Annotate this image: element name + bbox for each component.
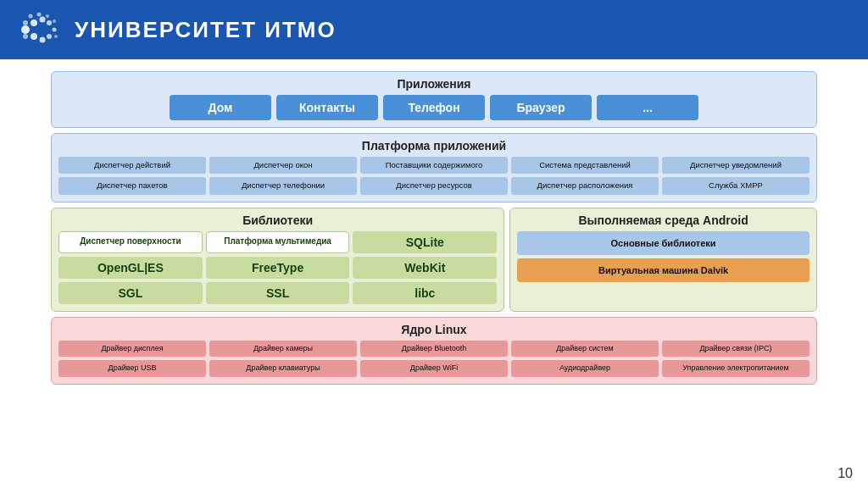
lib-cell-4: FreeType	[206, 257, 350, 279]
lib-cell-6: SGL	[58, 282, 203, 304]
lib-cell-3: OpenGL|ES	[58, 257, 203, 279]
svg-point-7	[47, 34, 52, 39]
app-btn-browser: Браузер	[490, 95, 592, 120]
kernel-cell-0: Драйвер дисплея	[58, 341, 206, 358]
platform-section-title: Платформа приложений	[58, 139, 810, 152]
kernel-section-title: Ядро Linux	[58, 323, 810, 336]
platform-cell-7: Диспетчер ресурсов	[360, 177, 508, 194]
kernel-cell-1: Драйвер камеры	[209, 341, 357, 358]
svg-point-8	[23, 20, 28, 25]
kernel-cell-6: Драйвер клавиатуры	[209, 360, 357, 377]
platform-cell-0: Диспетчер действий	[58, 157, 206, 174]
apps-section: Приложения Дом Контакты Телефон Браузер …	[51, 71, 817, 128]
app-btn-dom: Дом	[170, 95, 271, 120]
platform-cell-6: Диспетчер телефонии	[209, 177, 357, 194]
svg-point-4	[53, 28, 57, 32]
app-btn-more: ...	[597, 95, 698, 120]
svg-point-1	[31, 19, 37, 26]
svg-point-9	[23, 34, 28, 39]
itmo-logo-icon	[17, 8, 61, 52]
svg-point-12	[46, 14, 49, 18]
kernel-cell-8: Аудиодрайвер	[511, 360, 659, 377]
svg-point-0	[21, 25, 30, 34]
svg-point-11	[37, 13, 42, 17]
runtime-dalvik-vm: Виртуальная машина Dalvik	[517, 258, 810, 282]
bottom-row: Библиотеки Диспетчер поверхности Платфор…	[51, 208, 817, 317]
runtime-section-title: Выполняемая среда Android	[517, 214, 810, 227]
app-btn-phone: Телефон	[383, 95, 485, 120]
lib-cell-0: Диспетчер поверхности	[58, 231, 203, 253]
platform-cell-8: Диспетчер расположения	[511, 177, 659, 194]
kernel-cell-3: Драйвер систем	[511, 341, 659, 358]
svg-point-10	[29, 14, 33, 19]
apps-row: Дом Контакты Телефон Браузер ...	[58, 95, 810, 120]
kernel-cell-9: Управление электропитанием	[662, 360, 810, 377]
apps-section-title: Приложения	[58, 77, 810, 91]
kernel-grid: Драйвер дисплея Драйвер камеры Драйвер B…	[58, 341, 810, 377]
lib-grid: Диспетчер поверхности Платформа мультиме…	[58, 231, 497, 304]
svg-point-6	[40, 37, 46, 43]
platform-cell-9: Служба XMPP	[662, 177, 810, 194]
main-content: Приложения Дом Контакты Телефон Браузер …	[0, 59, 868, 488]
page-number: 10	[837, 466, 853, 481]
app-btn-contacts: Контакты	[276, 95, 378, 120]
platform-cell-4: Диспетчер уведомлений	[662, 157, 810, 174]
lib-cell-8: libc	[353, 282, 497, 304]
libraries-section: Библиотеки Диспетчер поверхности Платфор…	[51, 208, 504, 312]
header: УНИВЕРСИТЕТ ИТМО	[0, 0, 868, 59]
lib-cell-5: WebKit	[353, 257, 497, 279]
platform-section: Платформа приложений Диспетчер действий …	[51, 133, 817, 202]
platform-cell-2: Поставщики содержимого	[360, 157, 508, 174]
lib-cell-1: Платформа мультимедиа	[206, 231, 350, 253]
kernel-section: Ядро Linux Драйвер дисплея Драйвер камер…	[51, 317, 817, 385]
platform-cell-3: Система представлений	[511, 157, 659, 174]
platform-cell-1: Диспетчер окон	[209, 157, 357, 174]
kernel-cell-2: Драйвер Bluetooth	[360, 341, 508, 358]
svg-point-2	[40, 17, 46, 23]
svg-point-14	[54, 35, 58, 38]
kernel-cell-4: Драйвер связи (IPC)	[662, 341, 810, 358]
platform-grid: Диспетчер действий Диспетчер окон Постав…	[58, 157, 810, 195]
svg-point-13	[53, 19, 56, 23]
platform-cell-5: Диспетчер пакетов	[58, 177, 206, 194]
kernel-cell-5: Драйвер USB	[58, 360, 206, 377]
lib-cell-7: SSL	[206, 282, 350, 304]
svg-point-5	[31, 33, 37, 40]
svg-point-3	[47, 20, 52, 25]
kernel-cell-7: Драйвер WiFi	[360, 360, 508, 377]
runtime-core-libraries: Основные библиотеки	[517, 231, 810, 255]
header-title: УНИВЕРСИТЕТ ИТМО	[75, 17, 337, 43]
android-runtime-section: Выполняемая среда Android Основные библи…	[509, 208, 817, 312]
lib-cell-2: SQLite	[353, 231, 497, 253]
libraries-section-title: Библиотеки	[58, 214, 497, 227]
